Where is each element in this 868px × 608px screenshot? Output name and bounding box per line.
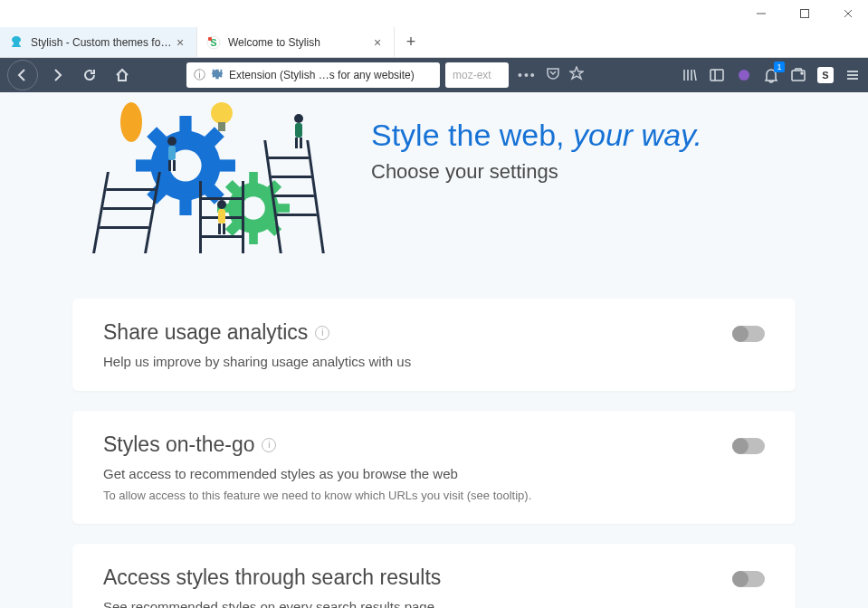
hero-illustration [72,100,335,253]
svg-point-14 [801,72,803,74]
window-close-button[interactable] [835,1,861,26]
settings-list: Share usage analytics i Help us improve … [72,299,796,608]
setting-title: Styles on-the-go [103,432,254,457]
site-info-icon[interactable]: ⓘ [194,67,205,83]
home-button[interactable] [109,62,136,89]
stylish-s-favicon: S [206,35,221,50]
back-button[interactable] [7,60,38,90]
window-minimize-button[interactable] [749,1,774,26]
stylish-extension-icon[interactable]: S [817,67,834,83]
svg-rect-52 [300,138,302,148]
svg-point-40 [242,196,265,220]
page-actions-menu[interactable]: ••• [518,68,537,82]
setting-description: Help us improve by sharing usage analyti… [103,354,732,369]
svg-line-10 [694,70,696,81]
sidebar-icon[interactable] [709,67,725,83]
svg-rect-42 [168,146,176,160]
extension-icon [211,68,224,83]
address-text: Extension (Stylish …s for any website) [229,69,415,81]
tab-label: Stylish - Custom themes for an [31,36,173,49]
menu-icon[interactable] [844,67,861,83]
stylish-favicon [9,35,24,50]
forward-button[interactable] [43,62,71,89]
tab-bar: Stylish - Custom themes for an × S Welco… [0,27,868,58]
hero-section: Style the web, your way. Choose your set… [72,92,796,253]
svg-rect-33 [249,232,258,244]
svg-rect-50 [295,123,302,138]
svg-rect-51 [295,138,298,148]
svg-rect-6 [208,37,212,41]
setting-share-analytics: Share usage analytics i Help us improve … [72,299,796,391]
info-icon[interactable]: i [262,438,276,452]
setting-title: Access styles through search results [103,565,441,590]
toggle-search-results[interactable] [732,571,765,587]
account-icon[interactable] [736,67,752,83]
screenshots-icon[interactable] [790,67,806,83]
navigation-toolbar: ⓘ Extension (Stylish …s for any website)… [0,58,868,92]
reload-button[interactable] [76,62,103,89]
svg-rect-44 [173,160,176,171]
svg-point-45 [217,200,226,209]
toolbar-right-icons: 1 S [682,67,861,83]
tab-label: Welcome to Stylish [228,36,370,49]
setting-description: Get access to recommended styles as you … [103,466,732,481]
pocket-icon[interactable] [546,66,560,84]
setting-note: To allow access to this feature we need … [103,489,732,502]
tab-close-button[interactable]: × [173,35,187,50]
svg-rect-23 [179,197,191,215]
notification-badge: 1 [774,62,785,72]
library-icon[interactable] [682,67,698,83]
search-placeholder: moz-ext [453,69,491,81]
window-titlebar [0,0,868,27]
svg-rect-43 [168,160,171,171]
svg-rect-1 [801,10,809,18]
svg-point-41 [167,137,176,146]
page-content[interactable]: Style the web, your way. Choose your set… [0,92,868,608]
setting-title: Share usage analytics [103,320,308,345]
address-bar[interactable]: ⓘ Extension (Stylish …s for any website) [186,62,440,88]
svg-point-49 [294,114,303,123]
setting-description: See recommended styles on every search r… [103,599,732,608]
tab-welcome-stylish[interactable]: S Welcome to Stylish × [197,27,395,57]
svg-rect-25 [217,159,235,171]
setting-styles-on-the-go: Styles on-the-go i Get access to recomme… [72,411,796,524]
page-subheadline: Choose your settings [371,160,702,184]
headline-italic: your way. [573,118,702,152]
svg-rect-46 [218,209,225,223]
svg-rect-48 [223,223,225,234]
tab-close-button[interactable]: × [370,35,385,50]
svg-rect-24 [136,159,154,171]
svg-rect-32 [249,172,258,185]
toggle-styles-on-the-go[interactable] [732,438,765,454]
search-field[interactable]: moz-ext [445,62,509,88]
svg-rect-47 [218,223,221,234]
new-tab-button[interactable]: + [395,27,427,57]
tab-stylish-themes[interactable]: Stylish - Custom themes for an × [0,27,197,57]
svg-rect-11 [711,70,723,81]
info-icon[interactable]: i [315,326,329,340]
headline-prefix: Style the web, [371,118,573,152]
window-maximize-button[interactable] [792,1,817,26]
page-actions: ••• [518,66,584,84]
bookmark-star-icon[interactable] [569,66,584,84]
notifications-icon[interactable]: 1 [763,67,779,83]
toggle-share-analytics[interactable] [732,326,765,342]
page-headline: Style the web, your way. [371,118,702,153]
svg-rect-22 [179,116,191,134]
setting-search-results: Access styles through search results See… [72,544,796,608]
